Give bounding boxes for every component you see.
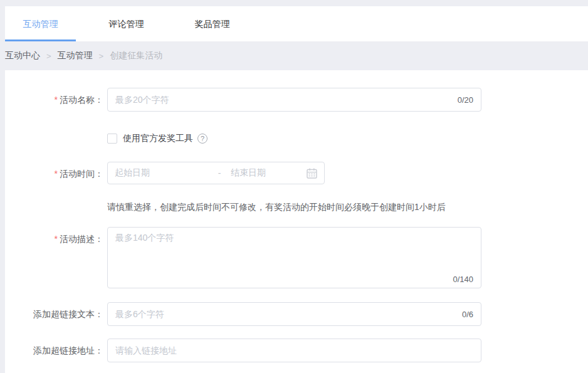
activity-name-input-box: 0/20 — [107, 88, 481, 112]
activity-description-counter: 0/140 — [453, 275, 473, 284]
breadcrumb: 互动中心 > 互动管理 > 创建征集活动 — [5, 41, 588, 70]
form-row-activity-name: *活动名称： 0/20 — [5, 88, 588, 112]
tab-comment-management[interactable]: 评论管理 — [91, 6, 162, 41]
tab-interaction-management[interactable]: 互动管理 — [5, 6, 76, 41]
form-row-activity-description: *活动描述： 0/140 — [5, 227, 588, 288]
link-url-label-text: 添加超链接地址： — [33, 345, 103, 355]
activity-description-label-text: 活动描述： — [60, 234, 103, 244]
breadcrumb-item-interaction-management[interactable]: 互动管理 — [58, 50, 93, 61]
activity-description-box: 0/140 — [107, 227, 481, 288]
link-text-label: 添加超链接文本： — [5, 302, 107, 326]
activity-name-input[interactable] — [108, 88, 458, 111]
chevron-right-icon: > — [46, 51, 51, 61]
tab-prize-management[interactable]: 奖品管理 — [177, 6, 248, 41]
required-mark: * — [55, 95, 58, 105]
breadcrumb-item-create-activity: 创建征集活动 — [110, 50, 162, 61]
page: 互动管理 评论管理 奖品管理 互动中心 > 互动管理 > 创建征集活动 *活动名… — [0, 0, 588, 373]
link-text-counter: 0/6 — [462, 310, 481, 319]
official-tool-checkbox[interactable] — [107, 134, 117, 144]
activity-time-label-text: 活动时间： — [60, 169, 103, 179]
link-text-label-text: 添加超链接文本： — [33, 309, 103, 319]
link-url-input-box — [107, 339, 481, 362]
question-icon[interactable]: ? — [197, 134, 207, 144]
required-mark: * — [55, 234, 58, 244]
link-url-label: 添加超链接地址： — [5, 339, 107, 362]
activity-description-textarea[interactable] — [108, 228, 481, 288]
activity-name-label-text: 活动名称： — [60, 95, 103, 105]
date-range-separator: - — [208, 168, 231, 178]
form-row-time-hint: 请慎重选择，创建完成后时间不可修改，有奖活动的开始时间必须晚于创建时间1小时后 — [5, 201, 588, 213]
breadcrumb-item-interaction-center[interactable]: 互动中心 — [5, 50, 40, 61]
link-text-input[interactable] — [108, 303, 462, 325]
form-row-link-text: 添加超链接文本： 0/6 — [5, 302, 588, 326]
activity-time-label: *活动时间： — [5, 162, 107, 186]
end-date-input[interactable]: 结束日期 — [231, 167, 306, 179]
activity-description-label: *活动描述： — [5, 227, 107, 251]
link-url-input[interactable] — [108, 339, 481, 362]
chevron-right-icon: > — [99, 51, 104, 61]
form-row-activity-time: *活动时间： 起始日期 - 结束日期 — [5, 162, 588, 186]
activity-name-label: *活动名称： — [5, 88, 107, 112]
calendar-icon — [306, 167, 318, 179]
date-range-picker[interactable]: 起始日期 - 结束日期 — [107, 162, 325, 184]
create-activity-form: *活动名称： 0/20 使用官方发奖工具 ? *活动时间： 起始日期 - 结束日… — [5, 70, 588, 373]
form-row-link-url: 添加超链接地址： — [5, 339, 588, 362]
form-row-official-tool: 使用官方发奖工具 ? — [5, 133, 588, 144]
required-mark: * — [55, 169, 58, 179]
tab-bar: 互动管理 评论管理 奖品管理 — [5, 6, 588, 41]
official-tool-label[interactable]: 使用官方发奖工具 — [123, 133, 193, 144]
activity-name-counter: 0/20 — [458, 95, 481, 105]
time-hint-text: 请慎重选择，创建完成后时间不可修改，有奖活动的开始时间必须晚于创建时间1小时后 — [107, 201, 446, 213]
start-date-input[interactable]: 起始日期 — [114, 167, 208, 179]
link-text-input-box: 0/6 — [107, 302, 481, 326]
